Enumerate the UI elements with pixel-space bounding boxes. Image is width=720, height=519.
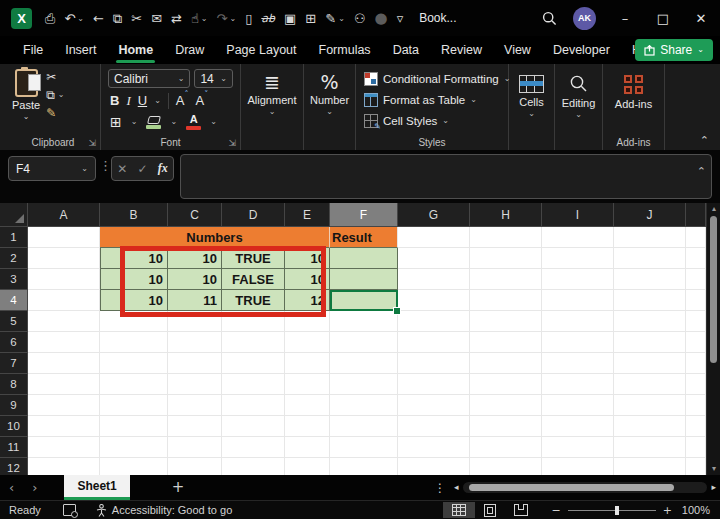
column-header-partial[interactable] bbox=[686, 203, 706, 227]
cell[interactable] bbox=[28, 374, 100, 395]
cell[interactable] bbox=[614, 437, 686, 458]
merged-header-cell[interactable]: Numbers bbox=[100, 227, 330, 248]
cell[interactable] bbox=[28, 458, 100, 475]
spelling-button[interactable]: ⇄ bbox=[167, 9, 186, 28]
cell[interactable] bbox=[614, 458, 686, 475]
cell[interactable] bbox=[28, 290, 100, 311]
cell[interactable] bbox=[168, 458, 222, 475]
cell[interactable] bbox=[28, 248, 100, 269]
enter-icon[interactable]: ✓ bbox=[137, 163, 147, 175]
zoom-in-button[interactable]: + bbox=[663, 505, 672, 516]
row-header-8[interactable]: 8 bbox=[0, 374, 28, 395]
cell[interactable] bbox=[686, 332, 706, 353]
tab-review[interactable]: Review bbox=[430, 36, 493, 64]
cell[interactable] bbox=[398, 458, 470, 475]
column-header-j[interactable]: J bbox=[614, 203, 686, 227]
bold-button[interactable]: B bbox=[110, 93, 119, 108]
cell[interactable] bbox=[470, 374, 542, 395]
cell[interactable] bbox=[168, 437, 222, 458]
maximize-button[interactable]: □ bbox=[644, 0, 682, 36]
cell[interactable] bbox=[28, 353, 100, 374]
cell[interactable] bbox=[686, 353, 706, 374]
cell[interactable] bbox=[614, 248, 686, 269]
cell[interactable] bbox=[28, 395, 100, 416]
format-painter-button[interactable]: ✎ bbox=[46, 107, 64, 119]
dialog-launcher-icon[interactable]: ⇲ bbox=[88, 139, 96, 148]
column-header-f[interactable]: F bbox=[330, 203, 398, 227]
copy-button[interactable]: ⧉ bbox=[109, 9, 126, 28]
font-color-button[interactable]: A bbox=[186, 114, 201, 130]
zoom-slider-thumb[interactable] bbox=[615, 506, 619, 515]
row-header-1[interactable]: 1 bbox=[0, 227, 28, 248]
column-header-h[interactable]: H bbox=[470, 203, 542, 227]
cell[interactable] bbox=[470, 416, 542, 437]
row-header-9[interactable]: 9 bbox=[0, 395, 28, 416]
cell[interactable] bbox=[222, 458, 285, 475]
cell[interactable] bbox=[222, 374, 285, 395]
row-header-7[interactable]: 7 bbox=[0, 353, 28, 374]
cell[interactable] bbox=[614, 332, 686, 353]
touch-mode-button[interactable]: ☝⌄ bbox=[187, 9, 212, 28]
format-as-table-button[interactable]: Format as Table ⌄ bbox=[364, 93, 500, 107]
cell[interactable] bbox=[686, 437, 706, 458]
cell[interactable] bbox=[614, 353, 686, 374]
add-sheet-button[interactable]: + bbox=[172, 480, 185, 495]
row-header-2[interactable]: 2 bbox=[0, 248, 28, 269]
column-header-e[interactable]: E bbox=[285, 203, 330, 227]
cell[interactable] bbox=[470, 332, 542, 353]
cell[interactable] bbox=[542, 269, 614, 290]
scroll-right-icon[interactable]: ▸ bbox=[711, 483, 716, 492]
prev-sheet-icon[interactable]: ‹ bbox=[0, 481, 23, 494]
inspect-table-button[interactable]: ⊞ bbox=[301, 9, 320, 28]
cell[interactable] bbox=[330, 353, 398, 374]
tab-formulas[interactable]: Formulas bbox=[308, 36, 382, 64]
cell[interactable] bbox=[330, 311, 398, 332]
horizontal-scrollbar-track[interactable] bbox=[463, 482, 708, 493]
user-avatar[interactable]: AK bbox=[573, 7, 596, 30]
insert-function-icon[interactable]: fx bbox=[158, 161, 168, 176]
cell[interactable] bbox=[470, 458, 542, 475]
select-all-corner[interactable] bbox=[0, 203, 28, 227]
scroll-down-icon[interactable]: ▾ bbox=[707, 465, 720, 473]
cell[interactable] bbox=[285, 437, 330, 458]
cell[interactable] bbox=[285, 353, 330, 374]
cell[interactable] bbox=[542, 227, 614, 248]
cell[interactable] bbox=[330, 395, 398, 416]
cell[interactable] bbox=[686, 458, 706, 475]
cell-f3[interactable] bbox=[330, 269, 398, 290]
cell[interactable] bbox=[222, 416, 285, 437]
cell[interactable] bbox=[100, 395, 168, 416]
cell[interactable] bbox=[614, 269, 686, 290]
row-header-5[interactable]: 5 bbox=[0, 311, 28, 332]
page-layout-view-button[interactable] bbox=[475, 502, 505, 519]
minimize-button[interactable]: – bbox=[606, 0, 644, 36]
column-header-c[interactable]: C bbox=[168, 203, 222, 227]
cells-button[interactable]: Cells ⌄ bbox=[511, 69, 552, 118]
cell[interactable] bbox=[28, 332, 100, 353]
name-box[interactable]: F4 ⌄ bbox=[8, 156, 96, 181]
normal-view-button[interactable] bbox=[443, 502, 475, 518]
cell[interactable] bbox=[330, 458, 398, 475]
cell[interactable] bbox=[398, 248, 470, 269]
row-header-3[interactable]: 3 bbox=[0, 269, 28, 290]
number-button[interactable]: % Number ⌄ bbox=[306, 69, 353, 116]
cell[interactable] bbox=[100, 374, 168, 395]
cell[interactable] bbox=[100, 332, 168, 353]
record-circle-button[interactable]: ● bbox=[371, 8, 392, 29]
macro-record-icon[interactable] bbox=[63, 504, 76, 516]
cell[interactable] bbox=[470, 353, 542, 374]
alignment-button[interactable]: ≣ Alignment ⌄ bbox=[243, 69, 301, 116]
scroll-left-icon[interactable]: ◂ bbox=[454, 483, 459, 492]
cell[interactable] bbox=[100, 353, 168, 374]
next-sheet-icon[interactable]: › bbox=[23, 481, 46, 494]
cell[interactable] bbox=[222, 332, 285, 353]
new-file-button[interactable]: ▯ bbox=[241, 9, 256, 28]
row-header-6[interactable]: 6 bbox=[0, 332, 28, 353]
share-button[interactable]: Share ⌄ bbox=[635, 39, 713, 61]
horizontal-scrollbar-thumb[interactable] bbox=[469, 484, 674, 491]
cell[interactable] bbox=[614, 395, 686, 416]
cell[interactable] bbox=[470, 395, 542, 416]
page-break-view-button[interactable] bbox=[505, 502, 537, 518]
font-size-select[interactable]: 14 ⌄ bbox=[194, 69, 233, 88]
back-button[interactable]: ← bbox=[89, 9, 108, 28]
